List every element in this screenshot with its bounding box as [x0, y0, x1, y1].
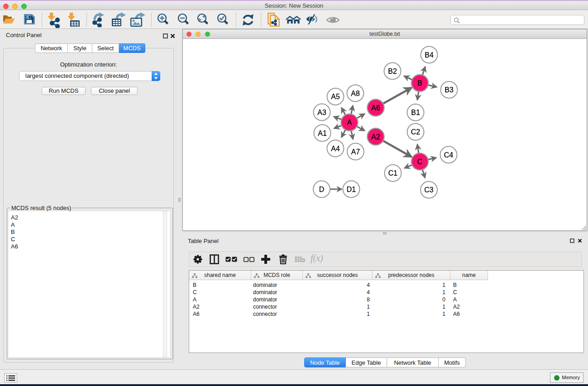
svg-text:C4: C4 [444, 151, 454, 159]
svg-text:C2: C2 [411, 128, 421, 136]
svg-text:B3: B3 [445, 86, 454, 94]
svg-text:A4: A4 [331, 145, 340, 152]
svg-text:C: C [417, 158, 423, 166]
svg-text:A: A [347, 119, 352, 126]
svg-text:A5: A5 [331, 93, 340, 100]
svg-text:A7: A7 [351, 148, 360, 156]
svg-text:A8: A8 [351, 90, 360, 97]
svg-text:A6: A6 [371, 104, 380, 112]
svg-text:B: B [417, 79, 422, 87]
svg-text:C3: C3 [424, 186, 434, 194]
svg-text:B4: B4 [425, 51, 434, 59]
svg-text:A1: A1 [318, 129, 327, 137]
svg-text:B1: B1 [411, 109, 420, 116]
svg-text:D1: D1 [347, 186, 356, 193]
svg-text:A3: A3 [317, 109, 326, 116]
svg-text:D: D [319, 186, 325, 193]
svg-text:A2: A2 [371, 133, 380, 141]
svg-text:C1: C1 [388, 169, 398, 177]
svg-text:B2: B2 [388, 67, 397, 75]
